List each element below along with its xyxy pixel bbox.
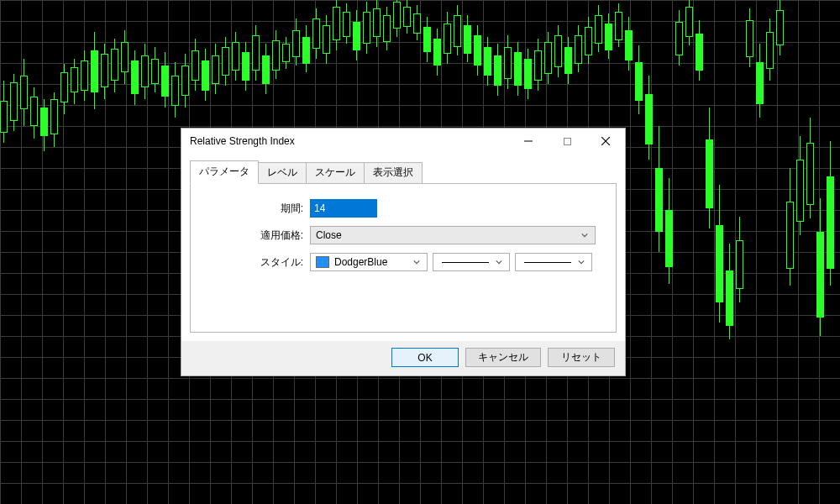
- tab-label: レベル: [267, 166, 297, 178]
- style-label: スタイル:: [201, 255, 310, 270]
- button-label: キャンセル: [478, 350, 528, 365]
- tab-label: パラメータ: [199, 165, 249, 177]
- chevron-down-icon: [575, 259, 588, 265]
- style-line-pattern-select[interactable]: [433, 253, 510, 271]
- chevron-down-icon: [410, 259, 423, 265]
- maximize-button[interactable]: [548, 129, 586, 154]
- style-line-width-select[interactable]: [515, 253, 592, 271]
- period-input[interactable]: [310, 199, 377, 218]
- tab-label: スケール: [315, 166, 355, 178]
- chevron-down-icon: [578, 232, 591, 239]
- minimize-button[interactable]: [509, 129, 548, 154]
- chevron-down-icon: [492, 259, 506, 265]
- line-pattern-sample: [442, 262, 489, 263]
- cancel-button[interactable]: キャンセル: [465, 348, 541, 367]
- close-button[interactable]: [586, 129, 625, 154]
- color-swatch: [316, 256, 329, 268]
- tab-label: 表示選択: [373, 166, 413, 178]
- tab-scale[interactable]: スケール: [306, 162, 365, 183]
- tab-row: パラメータ レベル スケール 表示選択: [181, 154, 625, 183]
- apply-price-value: Close: [316, 229, 342, 241]
- apply-price-label: 適用価格:: [201, 228, 310, 243]
- line-width-sample: [524, 262, 571, 263]
- close-icon: [601, 137, 610, 145]
- apply-price-select[interactable]: Close: [310, 226, 596, 244]
- button-label: OK: [417, 352, 432, 364]
- tab-levels[interactable]: レベル: [258, 162, 307, 183]
- period-label: 期間:: [201, 202, 310, 216]
- style-color-select[interactable]: DodgerBlue: [310, 253, 428, 271]
- tab-parameters[interactable]: パラメータ: [190, 160, 259, 184]
- dialog-title: Relative Strength Index: [190, 135, 295, 147]
- reset-button[interactable]: リセット: [548, 348, 615, 367]
- rsi-dialog: Relative Strength Index パラメータ レベル スケール 表…: [181, 128, 626, 376]
- style-color-name: DodgerBlue: [334, 256, 387, 268]
- button-label: リセット: [561, 350, 601, 365]
- dialog-titlebar[interactable]: Relative Strength Index: [181, 129, 625, 154]
- tab-panel-parameters: 期間: 適用価格: Close スタイル: DodgerBlu: [190, 183, 617, 333]
- tab-display[interactable]: 表示選択: [364, 162, 423, 183]
- dialog-button-row: OK キャンセル リセット: [181, 341, 625, 375]
- maximize-icon: [564, 138, 571, 145]
- ok-button[interactable]: OK: [391, 348, 459, 367]
